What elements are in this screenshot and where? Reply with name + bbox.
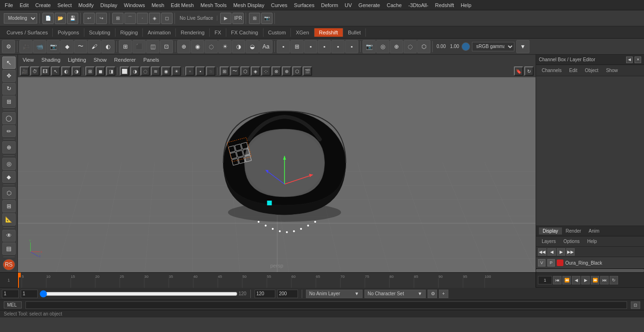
vp-flat-icon[interactable]: ◨ <box>106 66 116 76</box>
persp-view-btn[interactable]: ▪ <box>345 40 358 53</box>
renderer-menu[interactable]: Renderer <box>111 56 139 64</box>
shading-menu[interactable]: Shading <box>39 56 63 64</box>
save-file-button[interactable]: 💾 <box>67 13 78 24</box>
step-forward-btn[interactable]: ⏩ <box>591 276 599 284</box>
cb-tab-show[interactable]: Show <box>602 67 621 74</box>
menu-item-curves[interactable]: Curves <box>268 1 290 9</box>
snap-curve-button[interactable]: ⌒ <box>124 13 136 24</box>
display-layer-button[interactable]: ▤ <box>2 243 16 255</box>
layer-color-swatch[interactable] <box>557 259 563 266</box>
softsel-btn[interactable]: ◌ <box>404 40 417 53</box>
anim-layer-dropdown-btn[interactable]: No Anim Layer ▼ <box>306 290 363 298</box>
vp-select-icon[interactable]: ↖ <box>51 66 60 76</box>
frame-slider[interactable] <box>40 291 238 297</box>
menu-item-mesh[interactable]: Mesh <box>149 1 167 9</box>
tab-rendering[interactable]: Rendering <box>176 28 210 37</box>
cb-tab-channels[interactable]: Channels <box>538 67 565 74</box>
vp-poly-icon[interactable]: ⬡ <box>240 66 250 76</box>
cam-settings-btn[interactable]: 📷 <box>363 40 376 53</box>
sculpt-tool-button[interactable]: ⬡ <box>2 187 16 199</box>
viewport[interactable]: View Shading Lighting Show Renderer Pane… <box>18 55 536 272</box>
isolate-btn[interactable]: ◉ <box>191 40 204 53</box>
show-menu[interactable]: Show <box>91 56 110 64</box>
menu-item-mesh-tools[interactable]: Mesh Tools <box>198 1 229 9</box>
menu-item-cache[interactable]: Cache <box>384 1 405 9</box>
tab-rigging[interactable]: Rigging <box>116 28 143 37</box>
vp-manip-icon[interactable]: ⊕ <box>282 66 291 76</box>
layer-tab-anim[interactable]: Anim <box>585 227 603 235</box>
menu-item-select[interactable]: Select <box>55 1 75 9</box>
layer-tab-render[interactable]: Render <box>562 227 585 235</box>
layer-scrollbar[interactable] <box>536 268 644 272</box>
step-back-btn[interactable]: ⏪ <box>562 276 571 284</box>
vp-deform-icon[interactable]: ⊗ <box>272 66 281 76</box>
skip-to-start-btn[interactable]: ⏮ <box>553 276 561 284</box>
tab-custom[interactable]: Custom <box>264 28 291 37</box>
tab-sculpting[interactable]: Sculpting <box>84 28 116 37</box>
vp-shadows-icon[interactable]: ◑ <box>130 66 140 76</box>
select-tool-button[interactable]: ↖ <box>2 57 16 69</box>
tab-polygons[interactable]: Polygons <box>53 28 84 37</box>
open-file-button[interactable]: 📂 <box>55 13 66 24</box>
scale-tool-button[interactable]: ⊞ <box>2 96 16 108</box>
script-mode-selector[interactable]: MEL <box>4 301 22 308</box>
skip-to-end-btn[interactable]: ⏭ <box>600 276 609 284</box>
command-input[interactable] <box>25 301 627 309</box>
vp-wireframe-icon[interactable]: ⊞ <box>85 66 95 76</box>
view-menu[interactable]: View <box>20 56 37 64</box>
layer-subtab-help[interactable]: Help <box>583 238 601 245</box>
range-end-input2[interactable] <box>277 290 298 298</box>
redo-button[interactable]: ↪ <box>96 13 107 24</box>
measure-button[interactable]: 📐 <box>2 213 16 226</box>
menu-item-display[interactable]: Display <box>98 1 120 9</box>
paint-select-button[interactable]: ✏ <box>2 125 16 138</box>
vp-soft-icon[interactable]: ◐ <box>61 66 71 76</box>
vp-ao-icon[interactable]: ◌ <box>140 66 150 76</box>
vp-grid-icon[interactable]: ⊞ <box>220 66 229 76</box>
curve-icon-btn[interactable]: 〜 <box>74 40 87 53</box>
sym-btn[interactable]: ⬡ <box>417 40 430 53</box>
layer-prev-btn[interactable]: ◀ <box>547 248 556 256</box>
tab-fx[interactable]: FX <box>210 28 226 37</box>
ipr-button[interactable]: IPR <box>232 13 244 24</box>
gamma-select[interactable]: sRGB gamma <box>472 42 514 51</box>
shadow-btn[interactable]: ◑ <box>232 40 245 53</box>
menu-item-deform[interactable]: Deform <box>318 1 341 9</box>
char-set-extra-btn2[interactable]: + <box>439 290 448 298</box>
render-button[interactable]: ▶ <box>220 13 231 24</box>
vp-subdiv-icon[interactable]: ◈ <box>251 66 260 76</box>
vp-film-icon[interactable]: 🎬 <box>303 66 312 76</box>
keyframe-icon-btn[interactable]: ◆ <box>60 40 74 53</box>
vp-nurbs-icon[interactable]: 〜 <box>230 66 239 76</box>
char-set-dropdown-btn[interactable]: No Character Set ▼ <box>364 290 426 298</box>
layer-tab-display[interactable]: Display <box>539 227 562 235</box>
channel-box-pin-btn[interactable]: ◀ <box>626 57 633 63</box>
menu-item-generate[interactable]: Generate <box>355 1 383 9</box>
tab-curves-surfaces[interactable]: Curves / Surfaces <box>2 28 53 37</box>
render-mode-btn[interactable]: ⊕ <box>177 40 190 53</box>
layer-scrollbar-thumb[interactable] <box>536 269 644 272</box>
lighting2-btn[interactable]: ☀ <box>218 40 231 53</box>
menu-item-3dtoall[interactable]: -3DtoAll- <box>405 1 431 9</box>
menu-item-create[interactable]: Create <box>33 1 54 9</box>
range-end-input1[interactable] <box>255 290 275 298</box>
menu-item-windows[interactable]: Windows <box>121 1 148 9</box>
menu-item-surfaces[interactable]: Surfaces <box>291 1 317 9</box>
light-icon-btn[interactable]: ⊡ <box>160 40 173 53</box>
gamma-color-btn[interactable] <box>462 42 470 51</box>
wireframe-icon-btn[interactable]: ⊞ <box>119 40 132 53</box>
front-view-btn[interactable]: ▪ <box>331 40 345 53</box>
tab-fx-caching[interactable]: FX Caching <box>226 28 263 37</box>
new-file-button[interactable]: 📄 <box>42 13 54 24</box>
side-view-btn[interactable]: ▪ <box>304 40 317 53</box>
vp-camera-icon[interactable]: 🎥 <box>20 66 29 76</box>
menu-item-edit[interactable]: Edit <box>17 1 32 9</box>
vp-res2-icon[interactable]: ▪ <box>196 66 205 76</box>
layer-subtab-options[interactable]: Options <box>560 238 583 245</box>
script-editor-btn[interactable]: ⊡ <box>631 301 640 309</box>
channel-box-close-btn[interactable]: ✕ <box>635 57 641 63</box>
loop-btn[interactable]: ↻ <box>610 276 618 284</box>
menu-item-mesh-display[interactable]: Mesh Display <box>231 1 267 9</box>
vp-hdr-icon[interactable]: ☀ <box>172 66 181 76</box>
settings-icon-btn[interactable]: ⚙ <box>2 40 15 53</box>
